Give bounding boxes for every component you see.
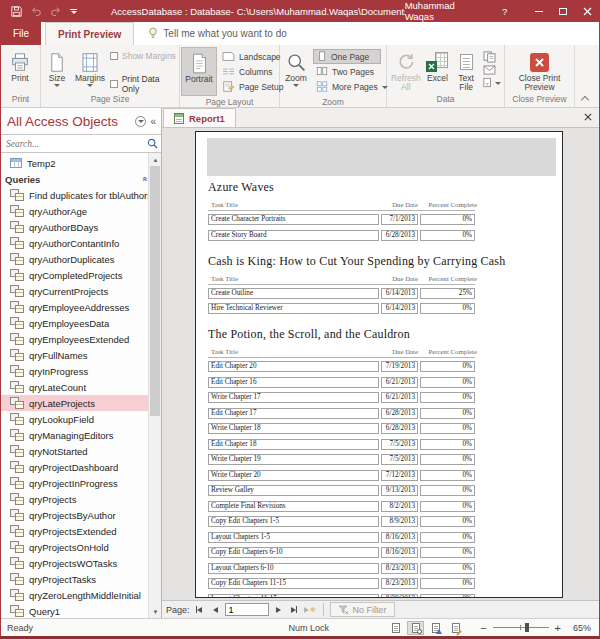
sidebar-item-query[interactable]: qryManagingEditors — [1, 427, 161, 443]
sidebar-item-query[interactable]: qryCurrentProjects — [1, 283, 161, 299]
report-page[interactable]: Azure Waves Task Title Due Date Percent … — [195, 131, 563, 598]
sidebar-item-query[interactable]: Query1 — [1, 603, 161, 618]
customize-qat-icon[interactable] — [70, 9, 77, 14]
tab-file[interactable]: File — [1, 22, 41, 45]
new-page-button[interactable]: ✱ — [304, 603, 317, 616]
search-input[interactable] — [6, 139, 147, 149]
save-icon[interactable] — [11, 6, 22, 17]
page-setup-button[interactable]: Page Setup — [219, 79, 275, 94]
more-export-button[interactable] — [483, 76, 501, 89]
sidebar-item-query[interactable]: qryCompletedProjects — [1, 267, 161, 283]
two-pages-icon — [316, 66, 328, 77]
email-button[interactable] — [483, 63, 501, 76]
columns-button[interactable]: Columns — [219, 64, 275, 79]
sidebar-item-query[interactable]: qryAuthorContantInfo — [1, 235, 161, 251]
sidebar-item-query[interactable]: qryProjectInProgress — [1, 475, 161, 491]
col-due-date: Due Date — [381, 348, 418, 355]
sidebar-item-query[interactable]: qryProjectTasks — [1, 571, 161, 587]
scroll-up-icon[interactable]: ▲ — [149, 153, 161, 166]
cell-task: Copy Edit Chapters 11-15 — [208, 578, 379, 589]
portrait-icon — [191, 51, 208, 75]
print-preview-canvas[interactable]: Azure Waves Task Title Due Date Percent … — [162, 128, 599, 600]
scrollbar-thumb[interactable] — [150, 166, 160, 416]
tab-print-preview[interactable]: Print Preview — [45, 22, 134, 45]
signed-in-user[interactable]: Muhammad Waqas — [405, 0, 480, 22]
collapse-ribbon-icon[interactable] — [582, 97, 589, 101]
sidebar-item-query[interactable]: qryProjectsExtended — [1, 523, 161, 539]
help-button[interactable]: ? — [502, 6, 507, 17]
sidebar-item-label: qryProjectDashboard — [29, 462, 118, 473]
two-pages-button[interactable]: Two Pages — [313, 64, 381, 79]
size-button[interactable]: Size — [42, 47, 72, 93]
sidebar-item-query[interactable]: qryFullNames — [1, 347, 161, 363]
zoom-button[interactable]: Zoom — [281, 47, 311, 96]
zoom-slider-thumb[interactable] — [525, 623, 529, 632]
nav-menu-dropdown-icon[interactable] — [135, 116, 146, 127]
zoom-out-button[interactable]: − — [480, 623, 486, 633]
tab-report1[interactable]: Report1 — [163, 108, 236, 127]
sidebar-item-query[interactable]: qryProjectDashboard — [1, 459, 161, 475]
close-print-preview-button[interactable]: Close Print Preview — [508, 47, 572, 93]
shutter-close-icon[interactable]: « — [150, 116, 156, 127]
sidebar-item-query[interactable]: qryInProgress — [1, 363, 161, 379]
layout-view-button[interactable] — [427, 621, 444, 635]
page-number-input[interactable] — [225, 603, 269, 616]
undo-icon[interactable] — [30, 6, 42, 16]
sidebar-item-temp2[interactable]: Temp2 — [1, 155, 161, 171]
previous-page-button[interactable] — [209, 603, 222, 616]
export-pdf-xps-button[interactable] — [483, 50, 501, 63]
margins-button[interactable]: Margins — [72, 47, 108, 93]
one-page-button[interactable]: One Page — [313, 49, 381, 64]
report-section: The Potion, the Scroll, and the Cauldron… — [208, 327, 556, 598]
print-button[interactable]: Print — [2, 47, 38, 93]
zoom-slider[interactable] — [493, 622, 549, 633]
minimize-button[interactable] — [527, 0, 551, 22]
scroll-down-icon[interactable]: ▼ — [149, 605, 161, 618]
export-text-file-button[interactable]: Text File — [451, 47, 481, 93]
tell-me-box[interactable]: Tell me what you want to do — [148, 22, 286, 45]
sidebar-item-query[interactable]: qryLookupField — [1, 411, 161, 427]
no-filter-button[interactable]: No Filter — [330, 602, 395, 617]
sidebar-item-label: qryProjectInProgress — [29, 478, 118, 489]
close-document-icon[interactable] — [582, 111, 594, 123]
design-view-button[interactable] — [447, 621, 464, 635]
query-icon — [10, 349, 24, 361]
close-button[interactable] — [575, 0, 599, 22]
more-pages-button[interactable]: More Pages — [313, 79, 381, 94]
sidebar-item-query[interactable]: qryEmployeesData — [1, 315, 161, 331]
sidebar-item-query[interactable]: qryProjects — [1, 491, 161, 507]
redo-icon[interactable] — [50, 6, 62, 16]
refresh-all-button[interactable]: Refresh All — [388, 47, 424, 93]
zoom-in-button[interactable]: + — [555, 623, 561, 633]
sidebar-item-query[interactable]: qryZeroLengthMiddleInitial — [1, 587, 161, 603]
filter-icon — [338, 605, 349, 615]
sidebar-item-query[interactable]: qryProjectsByAuthor — [1, 507, 161, 523]
last-page-button[interactable] — [288, 603, 301, 616]
sidebar-item-query[interactable]: qryEmployeesExtended — [1, 331, 161, 347]
sidebar-item-label: qryZeroLengthMiddleInitial — [29, 590, 141, 601]
sidebar-item-query[interactable]: qryLateCount — [1, 379, 161, 395]
report-view-button[interactable] — [387, 621, 404, 635]
print-data-only-checkbox[interactable]: Print Data Only — [110, 77, 176, 91]
landscape-button[interactable]: Landscape — [219, 49, 275, 64]
next-page-button[interactable] — [272, 603, 285, 616]
sidebar-item-query[interactable]: qryAuthorBDays — [1, 219, 161, 235]
sidebar-item-query[interactable]: qryEmployeeAddresses — [1, 299, 161, 315]
portrait-button[interactable]: Portrait — [181, 47, 217, 96]
sidebar-section-queries[interactable]: Queries « — [1, 171, 161, 187]
show-margins-checkbox[interactable]: Show Margins — [110, 49, 176, 63]
col-due-date: Due Date — [381, 201, 418, 208]
sidebar-item-query[interactable]: qryAuthorDuplicates — [1, 251, 161, 267]
print-preview-view-button[interactable] — [407, 621, 424, 635]
sidebar-item-query[interactable]: Find duplicates for tblAuthors — [1, 187, 161, 203]
first-page-button[interactable] — [193, 603, 206, 616]
maximize-button[interactable] — [551, 0, 575, 22]
sidebar-item-query[interactable]: qryProjectsOnHold — [1, 539, 161, 555]
sidebar-item-query[interactable]: qryNotStarted — [1, 443, 161, 459]
search-icon[interactable] — [147, 138, 158, 149]
sidebar-item-query[interactable]: qryAuthorAge — [1, 203, 161, 219]
export-excel-button[interactable]: Excel — [424, 47, 452, 93]
nav-scrollbar[interactable]: ▲ ▼ — [148, 153, 161, 618]
sidebar-item-query[interactable]: qryLateProjects — [1, 395, 161, 411]
sidebar-item-query[interactable]: qryProjectsWOTasks — [1, 555, 161, 571]
